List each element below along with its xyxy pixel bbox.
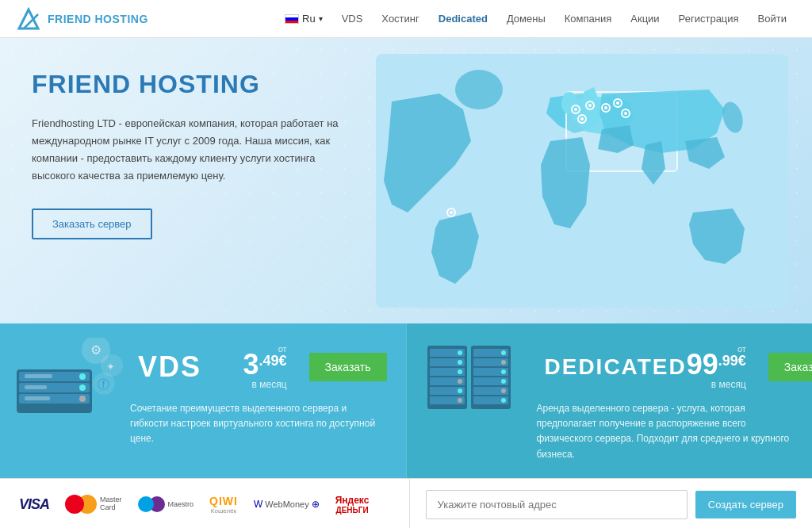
logo-icon: [16, 6, 41, 32]
nav-domains[interactable]: Домены: [497, 13, 555, 25]
vds-description: Сочетание преимуществ выделенного сервер…: [130, 401, 387, 447]
yandex-money-icon: Яндекс ДЕНЬГИ: [335, 495, 370, 515]
svg-point-20: [450, 211, 453, 214]
svg-point-60: [501, 379, 506, 384]
svg-point-56: [458, 398, 462, 403]
svg-point-61: [501, 388, 506, 393]
logo-text: FRIEND HOSTING: [48, 13, 148, 25]
ru-flag-icon: [285, 14, 299, 24]
payment-section: VISA MasterCard Maestro QIWI Кошелёк W W…: [0, 478, 409, 528]
vds-price-area: от 3 .49 € в месяц: [243, 344, 287, 390]
hero-title: FRIEND HOSTING: [32, 70, 428, 99]
dedicated-price: 99 .99 €: [687, 350, 746, 379]
mastercard-icon: MasterCard: [65, 495, 122, 514]
language-selector[interactable]: Ru ▾: [275, 13, 332, 25]
header: FRIEND HOSTING Ru ▾ VDS Хостинг Dedicate…: [0, 0, 812, 38]
chevron-down-icon: ▾: [319, 14, 323, 23]
dedicated-server-illustration: [419, 338, 523, 417]
svg-point-16: [580, 117, 584, 121]
svg-rect-32: [25, 374, 52, 378]
svg-rect-33: [25, 385, 47, 389]
vds-product: ⚙ ✦ ⓕ VDS от: [0, 323, 406, 478]
vds-label: VDS: [138, 350, 201, 384]
svg-marker-0: [19, 10, 38, 29]
visa-icon: VISA: [19, 496, 49, 513]
nav-vds[interactable]: VDS: [332, 13, 373, 25]
dedicated-currency: €: [738, 354, 746, 368]
vds-price-integer: 3: [243, 350, 259, 379]
hero-content: FRIEND HOSTING Friendhosting LTD - европ…: [32, 70, 428, 239]
qiwi-icon: QIWI Кошелёк: [209, 495, 238, 515]
nav-promo[interactable]: Акции: [621, 13, 668, 25]
nav-dedicated[interactable]: Dedicated: [429, 13, 497, 25]
world-map: [376, 54, 788, 308]
dedicated-price-area: от 99 .99 € в месяц: [687, 344, 746, 390]
vds-order-button[interactable]: Заказать: [309, 353, 387, 381]
svg-text:ⓕ: ⓕ: [98, 377, 109, 391]
vds-price: 3 .49 €: [243, 350, 287, 379]
dedicated-order-button[interactable]: Заказать: [768, 353, 812, 381]
svg-point-30: [79, 385, 86, 391]
svg-point-57: [501, 350, 506, 355]
main-nav: Ru ▾ VDS Хостинг Dedicated Домены Компан…: [174, 13, 796, 25]
svg-point-29: [79, 373, 86, 380]
svg-point-55: [458, 388, 462, 393]
map-svg: [376, 54, 788, 308]
svg-text:✦: ✦: [106, 361, 115, 373]
lang-label: Ru: [302, 13, 316, 25]
vds-period: в месяц: [252, 379, 287, 390]
svg-point-12: [604, 106, 607, 109]
subscribe-section: Создать сервер: [409, 478, 813, 528]
svg-text:⚙: ⚙: [90, 343, 102, 357]
nav-company[interactable]: Компания: [555, 13, 622, 25]
nav-hosting[interactable]: Хостинг: [372, 13, 428, 25]
webmoney-icon: W WebMoney ⊕: [254, 499, 320, 510]
dedicated-price-decimal: .99: [718, 354, 738, 368]
maestro-icon: Maestro: [138, 496, 194, 512]
svg-point-59: [501, 369, 506, 374]
svg-point-10: [588, 104, 592, 107]
hero-section: FRIEND HOSTING Friendhosting LTD - европ…: [0, 38, 812, 323]
dedicated-price-integer: 99: [687, 350, 718, 379]
vds-currency: €: [279, 354, 287, 368]
dedicated-period: в месяц: [711, 379, 746, 390]
svg-point-31: [79, 396, 86, 402]
svg-point-62: [501, 398, 506, 403]
svg-rect-34: [25, 396, 50, 400]
svg-point-8: [574, 108, 577, 111]
create-server-button[interactable]: Создать сервер: [695, 491, 796, 518]
vds-price-decimal: .49: [259, 354, 279, 368]
svg-point-53: [458, 369, 462, 374]
svg-point-52: [458, 360, 462, 365]
svg-point-18: [624, 112, 627, 115]
svg-point-58: [501, 360, 506, 365]
vds-server-illustration: ⚙ ✦ ⓕ: [13, 338, 124, 417]
dedicated-label: DEDICATED: [545, 354, 687, 380]
nav-login[interactable]: Войти: [749, 13, 796, 25]
nav-register[interactable]: Регистрация: [669, 13, 749, 25]
svg-point-54: [458, 379, 462, 384]
logo-area: FRIEND HOSTING: [16, 6, 174, 32]
svg-point-3: [455, 70, 503, 109]
svg-point-14: [616, 101, 619, 105]
hero-description: Friendhosting LTD - европейская компания…: [32, 115, 349, 185]
dedicated-product: DEDICATED от 99 .99 € в месяц Заказать А…: [406, 323, 813, 478]
svg-point-51: [458, 350, 462, 355]
order-server-button[interactable]: Заказать сервер: [32, 209, 152, 239]
dedicated-description: Аренда выделенного сервера - услуга, кот…: [537, 401, 794, 462]
products-section: ⚙ ✦ ⓕ VDS от: [0, 323, 812, 478]
bottom-row: VISA MasterCard Maestro QIWI Кошелёк W W…: [0, 478, 812, 528]
svg-point-5: [561, 92, 577, 114]
email-input[interactable]: [426, 490, 688, 519]
